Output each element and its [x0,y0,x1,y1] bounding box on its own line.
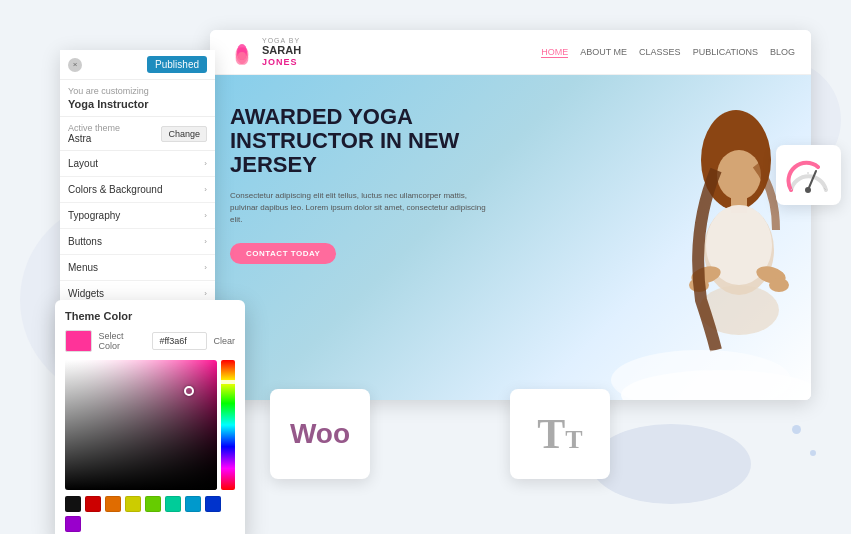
select-color-label: Select Color [98,331,146,351]
bg-circle-bottom [591,424,751,504]
typography-card: T T [510,389,610,479]
logo-flower-icon [226,36,258,68]
hero-woman-image [591,100,811,400]
color-swatch[interactable] [65,330,92,352]
preset-black[interactable] [65,496,81,512]
hero-title: AWARDED YOGA INSTRUCTOR IN NEW JERSEY [230,105,490,178]
svg-point-3 [238,52,246,60]
menu-item-layout[interactable]: Layout › [60,151,215,177]
woo-text: Woo [290,418,350,450]
typography-icon-container: T T [537,410,582,458]
svg-point-5 [717,150,761,200]
color-hex-input[interactable] [152,332,207,350]
customizer-title: Yoga Instructor [60,98,215,116]
logo-name-bottom: JONES [262,57,301,67]
customizer-header: × Published [60,50,215,80]
preset-cyan[interactable] [185,496,201,512]
speedometer-icon [786,155,831,195]
preset-purple[interactable] [65,516,81,532]
active-theme-info: Active theme Astra [68,123,120,144]
color-gradient-container [65,360,235,490]
color-input-row: Select Color Clear [65,330,235,352]
arrow-icon: › [204,185,207,194]
menu-item-menus[interactable]: Menus › [60,255,215,281]
preset-teal[interactable] [165,496,181,512]
color-picker-title: Theme Color [65,310,235,322]
preset-orange[interactable] [105,496,121,512]
preset-yellow[interactable] [125,496,141,512]
preset-green[interactable] [145,496,161,512]
preset-red[interactable] [85,496,101,512]
nav-classes[interactable]: CLASSES [639,47,681,58]
preview-nav: YOGA BY SARAH JONES HOME ABOUT ME CLASSE… [210,30,811,75]
change-theme-button[interactable]: Change [161,126,207,142]
arrow-icon: › [204,237,207,246]
publish-button[interactable]: Published [147,56,207,73]
typography-T-small: T [565,425,582,455]
logo-text-block: YOGA BY SARAH JONES [262,37,301,66]
menu-item-colors[interactable]: Colors & Background › [60,177,215,203]
hero-description: Consectetur adipiscing elit elit tellus,… [230,190,490,226]
arrow-icon: › [204,211,207,220]
active-theme-label: Active theme [68,123,120,133]
preset-blue[interactable] [205,496,221,512]
svg-line-17 [808,171,816,190]
dot-5 [792,425,801,434]
arrow-icon: › [204,159,207,168]
contact-button[interactable]: CONTACT TODAY [230,243,336,264]
woo-card: Woo [270,389,370,479]
active-theme-name: Astra [68,133,120,144]
speedometer-card [776,145,841,205]
color-picker: Theme Color Select Color Clear [55,300,245,534]
color-presets [65,496,235,532]
hero-section: AWARDED YOGA INSTRUCTOR IN NEW JERSEY Co… [210,75,811,400]
menu-item-buttons[interactable]: Buttons › [60,229,215,255]
nav-blog[interactable]: BLOG [770,47,795,58]
hero-content: AWARDED YOGA INSTRUCTOR IN NEW JERSEY Co… [230,105,490,264]
svg-point-12 [769,278,789,292]
nav-menu: HOME ABOUT ME CLASSES PUBLICATIONS BLOG [541,47,795,58]
typography-T-large: T [537,410,565,458]
black-overlay [65,360,217,490]
arrow-icon: › [204,263,207,272]
logo-name-top: SARAH [262,44,301,56]
nav-publications[interactable]: PUBLICATIONS [693,47,758,58]
hue-indicator [219,380,237,384]
dot-6 [810,450,816,456]
close-button[interactable]: × [68,58,82,72]
nav-about[interactable]: ABOUT ME [580,47,627,58]
website-preview: YOGA BY SARAH JONES HOME ABOUT ME CLASSE… [210,30,811,400]
menu-item-typography[interactable]: Typography › [60,203,215,229]
arrow-icon: › [204,289,207,298]
nav-home[interactable]: HOME [541,47,568,58]
active-theme-section: Active theme Astra Change [60,116,215,151]
clear-color-button[interactable]: Clear [213,336,235,346]
color-gradient-picker[interactable] [65,360,217,490]
customizer-subtitle: You are customizing [60,80,215,98]
site-logo: YOGA BY SARAH JONES [226,36,301,68]
hue-bar[interactable] [221,360,235,490]
